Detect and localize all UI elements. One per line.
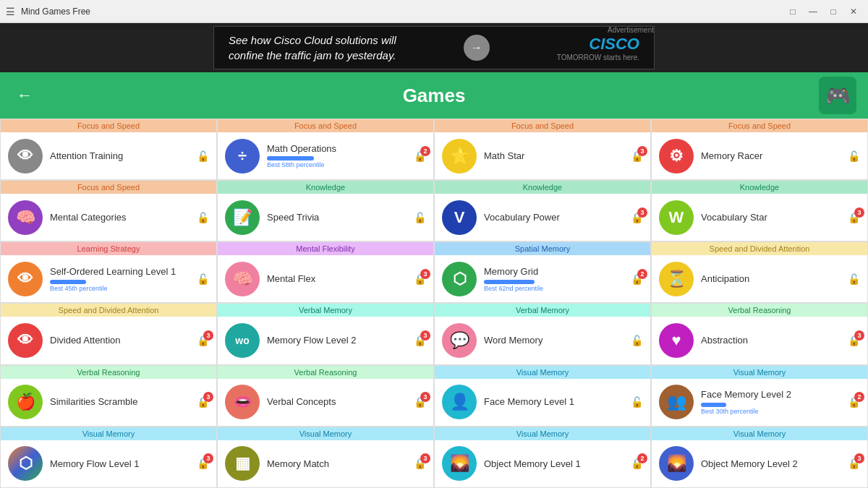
game-cell: Focus and Speed👁Attention Training🔓 (0, 119, 217, 180)
game-item[interactable]: 👁Divided Attention🔒3 (1, 317, 216, 364)
ad-arrow-icon[interactable]: → (464, 35, 490, 61)
game-icon: 🧠 (225, 262, 260, 296)
lock-badge: 3 (420, 453, 430, 463)
game-info: Face Memory Level 1 (484, 396, 624, 408)
game-item[interactable]: ♥Abstraction🔒3 (652, 317, 867, 364)
lock-icon: 🔒3 (848, 212, 860, 223)
game-icon: 🌄 (442, 446, 477, 481)
game-cell: Spatial Memory⬡Memory GridBest 62nd perc… (434, 241, 651, 303)
game-info: Word Memory (484, 335, 624, 346)
game-info: Abstraction (701, 335, 841, 346)
game-info: Memory Match (267, 458, 407, 470)
game-item[interactable]: ⬡Memory GridBest 62nd percentile🔒2 (435, 255, 650, 302)
game-name: Math Operations (267, 143, 407, 155)
game-item[interactable]: 🌄Object Memory Level 2🔒3 (652, 440, 867, 487)
game-name: Object Memory Level 2 (701, 458, 841, 470)
game-cell: Verbal Reasoning🍎Similarities Scramble🔒3 (0, 365, 217, 427)
lock-badge: 3 (854, 330, 864, 341)
game-item[interactable]: 👤Face Memory Level 1🔓 (435, 379, 650, 426)
page-header: ← Games 🎮 (0, 72, 868, 119)
game-item[interactable]: 🌄Object Memory Level 1🔒2 (435, 440, 650, 487)
lock-icon: 🔒3 (197, 458, 209, 469)
lock-icon: 🔒3 (631, 212, 643, 223)
game-item[interactable]: ⏳Anticipation🔓 (652, 255, 867, 302)
game-item[interactable]: woMemory Flow Level 2🔒3 (218, 317, 433, 364)
game-item[interactable]: 🍎Similarities Scramble🔒3 (1, 379, 216, 426)
game-info: Anticipation (701, 273, 841, 285)
menu-icon[interactable]: ☰ (6, 6, 15, 17)
game-name: Word Memory (484, 335, 624, 346)
game-item[interactable]: 🧠Mental Flex🔒3 (218, 255, 433, 302)
lock-badge: 2 (637, 453, 647, 463)
category-label: Visual Memory (652, 427, 867, 440)
lock-icon: 🔒3 (414, 458, 426, 469)
game-name: Similarities Scramble (50, 396, 190, 408)
game-item[interactable]: ⭐Math Star🔒3 (435, 132, 650, 179)
lock-icon: 🔓 (631, 396, 643, 408)
game-item[interactable]: 👄Verbal Concepts🔒3 (218, 379, 433, 426)
game-name: Memory Flow Level 2 (267, 335, 407, 346)
percentile-label: Best 30th percentile (701, 408, 841, 415)
game-cell: KnowledgeWVocabulary Star🔒3 (651, 180, 868, 241)
category-label: Visual Memory (218, 427, 433, 440)
lock-icon: 🔓 (848, 273, 860, 285)
game-icon: 🧠 (8, 200, 43, 235)
game-item[interactable]: 💬Word Memory🔓 (435, 317, 650, 364)
game-cell: Visual Memory🌄Object Memory Level 1🔒2 (434, 427, 651, 488)
game-grid: Focus and Speed👁Attention Training🔓Focus… (0, 119, 868, 488)
lock-icon: 🔒3 (848, 335, 860, 346)
category-label: Visual Memory (652, 366, 867, 379)
game-name: Verbal Concepts (267, 396, 407, 408)
close-button[interactable]: ✕ (845, 3, 862, 20)
game-icon: V (442, 200, 477, 235)
game-item[interactable]: ÷Math OperationsBest 58th percentile🔒2 (218, 132, 433, 179)
game-name: Speed Trivia (267, 212, 407, 223)
game-info: Memory Racer (701, 150, 841, 162)
ad-content[interactable]: See how Cisco Cloud solutions will confi… (213, 26, 655, 69)
game-info: Face Memory Level 2Best 30th percentile (701, 389, 841, 415)
game-name: Attention Training (50, 150, 190, 162)
game-cell: Speed and Divided Attention⏳Anticipation… (651, 241, 868, 303)
lock-icon: 🔓 (197, 212, 209, 223)
game-icon: ⬡ (442, 262, 477, 296)
maximize-button[interactable]: □ (825, 3, 842, 20)
category-label: Verbal Reasoning (1, 366, 216, 379)
game-info: Math OperationsBest 58th percentile (267, 143, 407, 169)
game-item[interactable]: ▦Memory Match🔒3 (218, 440, 433, 487)
game-cell: Focus and Speed⭐Math Star🔒3 (434, 119, 651, 180)
game-info: Divided Attention (50, 335, 190, 346)
game-name: Vocabulary Power (484, 212, 624, 223)
game-item[interactable]: ⬡Memory Flow Level 1🔒3 (1, 440, 216, 487)
category-label: Knowledge (435, 181, 650, 194)
game-name: Math Star (484, 150, 624, 162)
game-icon: ⬡ (8, 446, 43, 481)
game-item[interactable]: 👁Self-Ordered Learning Level 1Best 45th … (1, 255, 216, 302)
lock-icon: 🔓 (631, 335, 643, 346)
lock-badge: 3 (854, 453, 864, 463)
lock-icon: 🔒3 (848, 458, 860, 469)
minimize-button[interactable]: — (804, 3, 822, 20)
lock-badge: 3 (637, 146, 647, 156)
back-button[interactable]: ← (12, 82, 38, 108)
game-icon: 👥 (659, 385, 694, 419)
game-item[interactable]: 🧠Mental Categories🔓 (1, 194, 216, 241)
game-info: Math Star (484, 150, 624, 162)
game-cell: Focus and Speed⚙Memory Racer🔓 (651, 119, 868, 180)
game-icon: ⏳ (659, 262, 694, 296)
ad-text: See how Cisco Cloud solutions will confi… (229, 33, 396, 63)
game-name: Self-Ordered Learning Level 1 (50, 266, 190, 278)
game-item[interactable]: 📝Speed Trivia🔓 (218, 194, 433, 241)
game-item[interactable]: VVocabulary Power🔒3 (435, 194, 650, 241)
category-label: Verbal Memory (435, 304, 650, 317)
lock-icon: 🔒3 (414, 273, 426, 285)
game-item[interactable]: ⚙Memory Racer🔓 (652, 132, 867, 179)
game-name: Abstraction (701, 335, 841, 346)
game-icon: 👁 (8, 323, 43, 358)
game-name: Mental Categories (50, 212, 190, 223)
game-name: Memory Match (267, 458, 407, 470)
game-item[interactable]: 👥Face Memory Level 2Best 30th percentile… (652, 379, 867, 426)
game-item[interactable]: WVocabulary Star🔒3 (652, 194, 867, 241)
restore-button[interactable]: □ (784, 3, 801, 20)
game-item[interactable]: 👁Attention Training🔓 (1, 132, 216, 179)
category-label: Visual Memory (435, 427, 650, 440)
